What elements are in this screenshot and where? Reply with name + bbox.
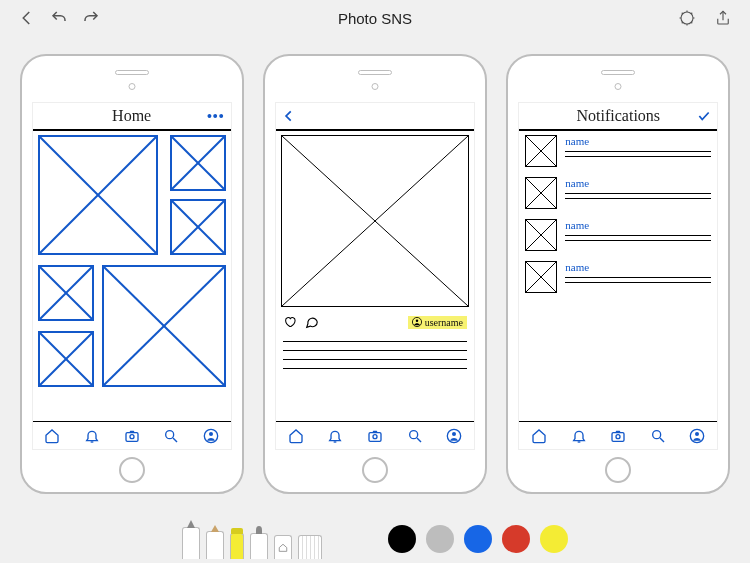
comment-icon[interactable] xyxy=(305,315,319,329)
back-chevron-icon[interactable] xyxy=(282,109,296,123)
color-gray[interactable] xyxy=(426,525,454,553)
svg-line-16 xyxy=(173,438,177,442)
svg-rect-37 xyxy=(612,432,624,441)
tab-bar xyxy=(276,421,474,449)
camera-icon[interactable] xyxy=(124,428,140,444)
notification-row[interactable]: name xyxy=(525,261,711,293)
svg-point-18 xyxy=(209,432,213,436)
more-icon[interactable]: ••• xyxy=(207,108,225,124)
settings-icon[interactable] xyxy=(678,9,696,27)
notification-name: name xyxy=(565,177,711,189)
notification-row[interactable]: name xyxy=(525,135,711,167)
svg-point-15 xyxy=(166,430,174,438)
heart-icon[interactable] xyxy=(283,315,297,329)
profile-icon[interactable] xyxy=(203,428,219,444)
svg-point-24 xyxy=(373,434,377,438)
notification-name: name xyxy=(565,219,711,231)
notification-name: name xyxy=(565,135,711,147)
svg-rect-13 xyxy=(126,432,138,441)
artboard-detail[interactable]: username xyxy=(263,54,487,494)
screen-header: Notifications xyxy=(519,103,717,131)
undo-icon[interactable] xyxy=(50,9,68,27)
username-label: username xyxy=(425,317,463,328)
notification-row[interactable]: name xyxy=(525,219,711,251)
svg-rect-23 xyxy=(369,432,381,441)
image-placeholder xyxy=(525,177,557,209)
svg-point-42 xyxy=(695,432,699,436)
image-placeholder xyxy=(38,331,94,387)
drawing-toolbar xyxy=(0,517,750,563)
user-icon xyxy=(412,317,422,327)
ruler-tool[interactable] xyxy=(298,535,322,559)
bell-icon[interactable] xyxy=(84,428,100,444)
image-placeholder xyxy=(525,219,557,251)
camera-icon[interactable] xyxy=(367,428,383,444)
back-icon[interactable] xyxy=(18,9,36,27)
svg-line-26 xyxy=(417,438,421,442)
image-placeholder xyxy=(170,199,226,255)
artboard-home[interactable]: Home ••• xyxy=(20,54,244,494)
svg-point-14 xyxy=(130,434,134,438)
screen-header: Home ••• xyxy=(33,103,231,131)
search-icon[interactable] xyxy=(650,428,666,444)
image-placeholder xyxy=(525,261,557,293)
highlighter-tool[interactable] xyxy=(230,533,244,559)
notification-row[interactable]: name xyxy=(525,177,711,209)
image-placeholder xyxy=(281,135,469,307)
svg-point-22 xyxy=(415,320,418,323)
canvas[interactable]: Home ••• xyxy=(10,44,740,503)
color-yellow[interactable] xyxy=(540,525,568,553)
search-icon[interactable] xyxy=(163,428,179,444)
screen-notifications: Notifications name name xyxy=(518,102,718,450)
brush-tool[interactable] xyxy=(250,533,268,559)
phone-speaker xyxy=(358,70,392,75)
tool-tray xyxy=(182,527,322,559)
phone-camera xyxy=(371,83,378,90)
phone-speaker xyxy=(115,70,149,75)
bell-icon[interactable] xyxy=(327,428,343,444)
camera-icon[interactable] xyxy=(610,428,626,444)
app-toolbar: Photo SNS xyxy=(0,0,750,36)
color-black[interactable] xyxy=(388,525,416,553)
screen-title: Notifications xyxy=(577,107,661,125)
phone-speaker xyxy=(601,70,635,75)
svg-line-40 xyxy=(660,438,664,442)
check-icon[interactable] xyxy=(697,109,711,123)
phone-home-button xyxy=(119,457,145,483)
color-red[interactable] xyxy=(502,525,530,553)
home-icon[interactable] xyxy=(288,428,304,444)
color-blue[interactable] xyxy=(464,525,492,553)
tab-bar xyxy=(519,421,717,449)
phone-home-button xyxy=(605,457,631,483)
pencil-tool[interactable] xyxy=(206,531,224,559)
username-chip[interactable]: username xyxy=(408,316,467,329)
svg-point-28 xyxy=(452,432,456,436)
artboard-notifications[interactable]: Notifications name name xyxy=(506,54,730,494)
phone-camera xyxy=(615,83,622,90)
image-placeholder xyxy=(38,135,158,255)
svg-point-38 xyxy=(616,434,620,438)
bell-icon[interactable] xyxy=(571,428,587,444)
screen-home: Home ••• xyxy=(32,102,232,450)
redo-icon[interactable] xyxy=(82,9,100,27)
screen-header xyxy=(276,103,474,131)
image-placeholder xyxy=(170,135,226,191)
caption-lines xyxy=(283,341,467,369)
svg-point-39 xyxy=(653,430,661,438)
stamp-tool[interactable] xyxy=(274,535,292,559)
share-icon[interactable] xyxy=(714,9,732,27)
screen-title: Home xyxy=(112,107,151,125)
profile-icon[interactable] xyxy=(446,428,462,444)
screen-detail: username xyxy=(275,102,475,450)
search-icon[interactable] xyxy=(407,428,423,444)
home-icon[interactable] xyxy=(44,428,60,444)
home-icon[interactable] xyxy=(531,428,547,444)
phone-home-button xyxy=(362,457,388,483)
pen-tool[interactable] xyxy=(182,527,200,559)
profile-icon[interactable] xyxy=(689,428,705,444)
image-placeholder xyxy=(525,135,557,167)
image-placeholder xyxy=(102,265,226,387)
image-placeholder xyxy=(38,265,94,321)
notification-name: name xyxy=(565,261,711,273)
color-palette xyxy=(388,525,568,553)
